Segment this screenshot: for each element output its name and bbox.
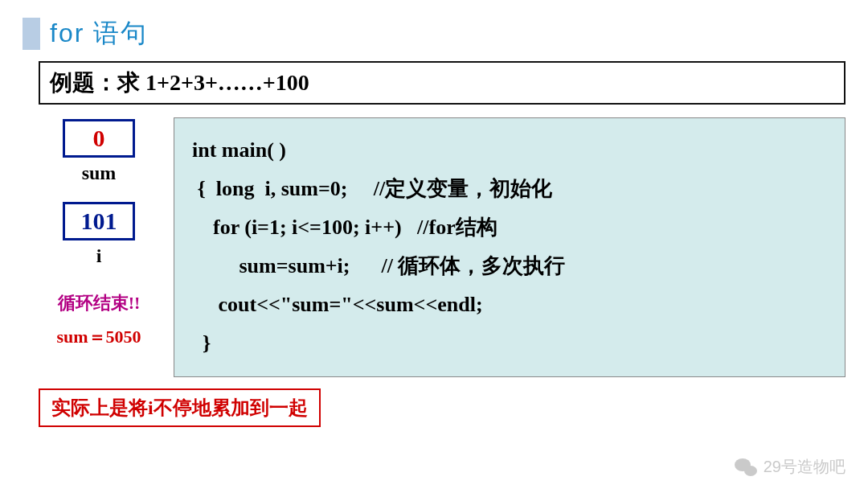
wechat-icon (735, 458, 757, 476)
code-line-2: { long i, sum=0; //定义变量，初始化 (192, 177, 552, 200)
code-line-4: sum=sum+i; // 循环体，多次执行 (192, 254, 565, 277)
code-line-5: cout<<"sum="<<sum<<endl; (192, 293, 483, 316)
loop-end-text: 循环结束!! (58, 291, 141, 315)
code-line-1: int main( ) (192, 138, 286, 162)
code-line-6: } (192, 331, 211, 355)
code-line-3: for (i=1; i<=100; i++) //for结构 (192, 216, 497, 239)
problem-statement: 例题：求 1+2+3+……+100 (39, 61, 845, 105)
sum-label: sum (82, 162, 117, 184)
slide-title: for 语句 (50, 16, 148, 51)
watermark: 29号造物吧 (735, 456, 845, 478)
title-bar: for 语句 (23, 16, 845, 51)
sum-value-box: 0 (63, 119, 135, 158)
slide-container: for 语句 例题：求 1+2+3+……+100 0 sum 101 i 循环结… (0, 0, 868, 489)
sum-result-text: sum＝5050 (56, 325, 141, 349)
explanation-note: 实际上是将i不停地累加到一起 (39, 388, 321, 427)
i-label: i (96, 245, 102, 267)
title-accent-decoration (23, 18, 40, 50)
i-value-box: 101 (63, 202, 135, 240)
variable-trace-column: 0 sum 101 i 循环结束!! sum＝5050 (39, 117, 159, 377)
code-block: int main( ) { long i, sum=0; //定义变量，初始化 … (174, 117, 845, 377)
content-row: 0 sum 101 i 循环结束!! sum＝5050 int main( ) … (39, 117, 845, 377)
watermark-text: 29号造物吧 (764, 456, 845, 478)
